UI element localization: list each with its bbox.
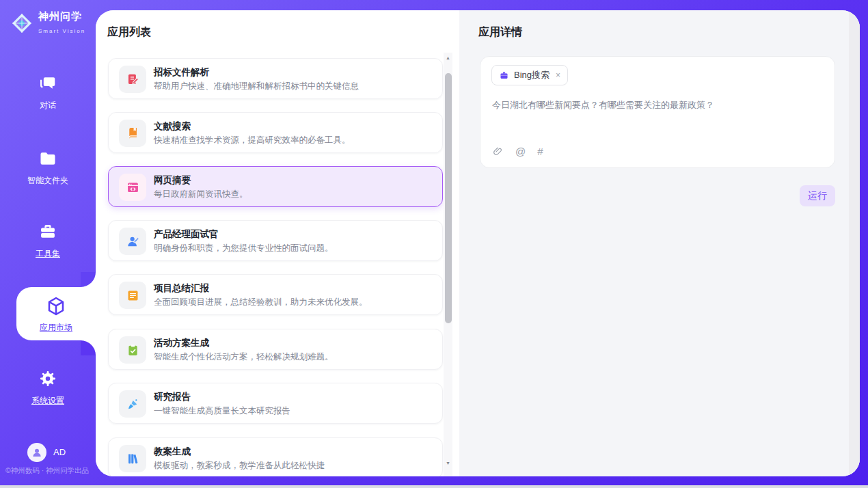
app-card-desc: 快速精准查找学术资源，提高研究效率的必备工具。 bbox=[154, 135, 351, 146]
tab-fillet-top bbox=[81, 272, 96, 287]
tool-tag-label: Bing搜索 bbox=[514, 69, 550, 81]
summary-note-icon bbox=[119, 282, 146, 309]
app-card-desc: 帮助用户快速、准确地理解和解析招标书中的关键信息 bbox=[154, 81, 359, 92]
sidebar-item-toolset[interactable]: 工具集 bbox=[0, 222, 96, 260]
app-card-title: 活动方案生成 bbox=[154, 337, 209, 349]
book-icon bbox=[119, 120, 146, 147]
sidebar-item-chat[interactable]: 对话 bbox=[0, 74, 96, 111]
app-window: 神州问学 Smart Vision 对话 智能文件夹 bbox=[0, 0, 868, 488]
toolbox-icon bbox=[38, 222, 57, 241]
sidebar-item-label: 系统设置 bbox=[0, 395, 96, 407]
avatar bbox=[27, 443, 46, 462]
sidebar-item-label: 应用市场 bbox=[16, 322, 96, 334]
page-bottom-edge bbox=[0, 485, 868, 488]
scroll-down-icon[interactable]: ▼ bbox=[444, 461, 452, 465]
sidebar-item-smart-folder[interactable]: 智能文件夹 bbox=[0, 149, 96, 187]
briefcase-icon bbox=[499, 70, 509, 81]
brand-logo: 神州问学 Smart Vision bbox=[11, 10, 96, 36]
app-card-title: 网页摘要 bbox=[154, 174, 191, 187]
sidebar-item-settings[interactable]: 系统设置 bbox=[0, 369, 96, 407]
prompt-input[interactable]: 今日湖北有哪些新闻要点？有哪些需要关注的最新政策？ bbox=[492, 99, 820, 111]
doc-edit-icon bbox=[119, 66, 146, 93]
chat-icon bbox=[38, 74, 57, 93]
attachment-toolbar: @ # bbox=[492, 146, 543, 157]
user-initials: AD bbox=[53, 447, 66, 457]
app-card-bid-document-parse[interactable]: 招标文件解析 帮助用户快速、准确地理解和解析招标书中的关键信息 bbox=[108, 58, 443, 99]
research-pen-icon bbox=[119, 390, 146, 418]
tab-fillet-bottom bbox=[81, 340, 96, 355]
brand-subtitle: Smart Vision bbox=[38, 28, 85, 34]
sidebar-item-label: 工具集 bbox=[0, 248, 96, 260]
app-card-desc: 明确身份和职责，为您提供专业性的面试问题。 bbox=[154, 243, 334, 254]
app-card-event-plan[interactable]: 活动方案生成 智能生成个性化活动方案，轻松解决规划难题。 bbox=[108, 329, 443, 370]
copyright-text: ©神州数码 · 神州问学出品 bbox=[5, 466, 89, 476]
app-details-title: 应用详情 bbox=[478, 25, 522, 40]
folder-icon bbox=[38, 149, 57, 168]
mention-icon[interactable]: @ bbox=[515, 146, 526, 157]
web-page-icon bbox=[119, 174, 146, 201]
tag-close-icon[interactable]: × bbox=[554, 70, 560, 80]
gear-icon bbox=[38, 369, 57, 388]
tool-tag-bing-search[interactable]: Bing搜索 × bbox=[491, 65, 568, 85]
app-card-project-summary[interactable]: 项目总结汇报 全面回顾项目进展，总结经验教训，助力未来优化发展。 bbox=[108, 274, 443, 315]
run-button[interactable]: 运行 bbox=[800, 185, 835, 206]
app-card-title: 项目总结汇报 bbox=[154, 282, 209, 295]
app-card-title: 文献搜索 bbox=[154, 120, 191, 133]
brand-name: 神州问学 bbox=[38, 10, 82, 22]
app-list-panel: 应用列表 招标文件解析 帮助用户快速、准确地理解和解析招标书中的关键信息 bbox=[96, 10, 459, 476]
app-card-pm-interviewer[interactable]: 产品经理面试官 明确身份和职责，为您提供专业性的面试问题。 bbox=[108, 220, 443, 261]
sidebar-item-label: 对话 bbox=[0, 100, 96, 111]
app-card-title: 产品经理面试官 bbox=[154, 228, 219, 241]
app-card-title: 研究报告 bbox=[154, 391, 191, 403]
app-card-web-summary[interactable]: 网页摘要 每日政府新闻资讯快查。 bbox=[108, 166, 443, 207]
app-card-desc: 模板驱动，教案秒成，教学准备从此轻松快捷 bbox=[154, 460, 325, 472]
books-icon bbox=[119, 445, 146, 472]
user-profile[interactable]: AD bbox=[0, 442, 96, 465]
app-card-desc: 全面回顾项目进展，总结经验教训，助力未来优化发展。 bbox=[154, 297, 368, 308]
app-card-desc: 一键智能生成高质量长文本研究报告 bbox=[154, 405, 290, 417]
app-card-title: 招标文件解析 bbox=[154, 66, 209, 79]
interviewer-icon bbox=[119, 228, 146, 255]
scroll-up-icon[interactable]: ▲ bbox=[444, 55, 452, 60]
gem-logo-icon bbox=[11, 12, 33, 34]
app-list-title: 应用列表 bbox=[107, 25, 151, 40]
app-card-desc: 每日政府新闻资讯快查。 bbox=[154, 189, 248, 200]
app-card-title: 教案生成 bbox=[154, 446, 191, 458]
app-card-literature-search[interactable]: 文献搜索 快速精准查找学术资源，提高研究效率的必备工具。 bbox=[108, 112, 443, 153]
sidebar-item-label: 智能文件夹 bbox=[0, 175, 96, 187]
main-content: 应用列表 招标文件解析 帮助用户快速、准确地理解和解析招标书中的关键信息 bbox=[96, 10, 860, 476]
app-card-research-report[interactable]: 研究报告 一键智能生成高质量长文本研究报告 bbox=[108, 383, 443, 424]
sidebar: 神州问学 Smart Vision 对话 智能文件夹 bbox=[0, 0, 96, 488]
app-details-panel: 应用详情 Bing搜索 × 今日湖北有哪些新闻要点？有哪些需要关注的最新政策？ bbox=[459, 10, 860, 476]
cube-icon bbox=[45, 295, 67, 317]
clipboard-check-icon bbox=[119, 336, 146, 364]
app-card-desc: 智能生成个性化活动方案，轻松解决规划难题。 bbox=[154, 351, 334, 363]
app-card-lesson-plan[interactable]: 教案生成 模板驱动，教案秒成，教学准备从此轻松快捷 bbox=[108, 437, 443, 476]
hash-icon[interactable]: # bbox=[537, 146, 543, 157]
paperclip-icon[interactable] bbox=[492, 146, 504, 157]
details-scrollbar-track[interactable] bbox=[849, 10, 860, 476]
sidebar-item-app-market[interactable]: 应用市场 bbox=[16, 287, 96, 340]
app-list-scrollbar[interactable]: ▲ ▼ bbox=[444, 53, 452, 476]
scrollbar-thumb[interactable] bbox=[445, 73, 452, 323]
prompt-card: Bing搜索 × 今日湖北有哪些新闻要点？有哪些需要关注的最新政策？ @ # bbox=[480, 56, 835, 168]
